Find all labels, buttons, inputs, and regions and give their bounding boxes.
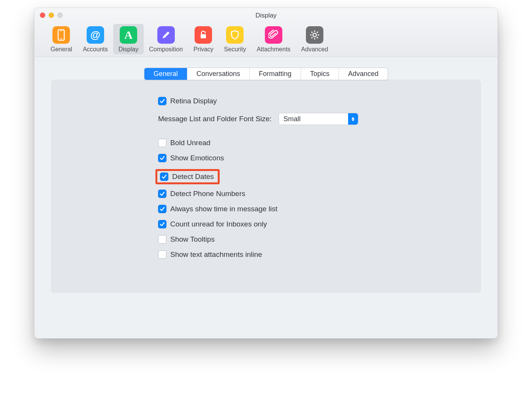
toolbar-label: Security	[224, 46, 246, 53]
toolbar-privacy[interactable]: Privacy	[188, 24, 218, 54]
detect-dates-highlight: Detect Dates	[155, 169, 220, 184]
toolbar-attachments[interactable]: Attachments	[251, 24, 296, 54]
retina-display-label: Retina Display	[170, 97, 217, 105]
always-time-label: Always show time in message list	[170, 205, 277, 213]
toolbar-label: Privacy	[193, 46, 213, 53]
show-emoticons-label: Show Emoticons	[170, 154, 224, 162]
font-size-label: Message List and Folder Font Size:	[158, 115, 272, 123]
titlebar: Display General @ Accounts A Display Co	[35, 8, 497, 57]
toolbar-display[interactable]: A Display	[113, 24, 144, 54]
svg-line-10	[317, 37, 318, 38]
minimize-button[interactable]	[49, 13, 54, 18]
bold-unread-checkbox[interactable]	[158, 139, 166, 147]
tab-conversations[interactable]: Conversations	[187, 68, 250, 80]
toolbar-composition[interactable]: Composition	[144, 24, 188, 54]
show-text-attachments-checkbox[interactable]	[158, 250, 166, 259]
count-unread-row: Count unread for Inboxes only	[158, 220, 465, 228]
toolbar-label: Display	[119, 46, 138, 53]
lock-open-icon	[195, 26, 212, 44]
toolbar-security[interactable]: Security	[219, 24, 252, 54]
show-tooltips-checkbox[interactable]	[158, 235, 166, 244]
show-emoticons-checkbox[interactable]	[158, 154, 166, 162]
letter-a-icon: A	[120, 26, 137, 44]
close-button[interactable]	[40, 13, 45, 18]
window-title: Display	[35, 11, 497, 22]
gear-icon	[306, 26, 323, 44]
font-size-value: Small	[283, 115, 301, 123]
toolbar-advanced[interactable]: Advanced	[296, 24, 333, 54]
tab-general[interactable]: General	[144, 68, 187, 80]
preferences-window: Display General @ Accounts A Display Co	[34, 8, 498, 339]
svg-point-4	[313, 33, 316, 37]
font-size-select[interactable]: Small	[279, 113, 358, 125]
detect-phone-row: Detect Phone Numbers	[158, 190, 465, 198]
show-emoticons-row: Show Emoticons	[158, 154, 465, 162]
bold-unread-label: Bold Unread	[170, 139, 211, 147]
phone-icon	[52, 26, 70, 44]
count-unread-label: Count unread for Inboxes only	[170, 220, 267, 228]
window-controls	[35, 13, 63, 18]
toolbar-label: Attachments	[256, 46, 290, 53]
detect-dates-row: Detect Dates	[158, 169, 465, 184]
font-size-row: Message List and Folder Font Size: Small	[158, 113, 465, 125]
bold-unread-row: Bold Unread	[158, 139, 465, 147]
detect-dates-label: Detect Dates	[172, 173, 214, 181]
show-tooltips-label: Show Tooltips	[170, 235, 215, 244]
pencil-icon	[157, 26, 175, 44]
detect-phone-label: Detect Phone Numbers	[170, 190, 245, 198]
show-text-attachments-row: Show text attachments inline	[158, 250, 465, 259]
preferences-toolbar: General @ Accounts A Display Composition	[35, 22, 497, 57]
select-stepper-icon	[348, 113, 358, 125]
detect-phone-checkbox[interactable]	[158, 190, 166, 198]
tab-control: General Conversations Formatting Topics …	[144, 68, 388, 80]
show-text-attachments-label: Show text attachments inline	[170, 250, 262, 259]
toolbar-label: General	[51, 46, 72, 53]
always-time-row: Always show time in message list	[158, 205, 465, 213]
tab-advanced[interactable]: Advanced	[339, 68, 388, 80]
zoom-button[interactable]	[57, 13, 63, 18]
svg-line-11	[311, 37, 312, 38]
count-unread-checkbox[interactable]	[158, 220, 166, 228]
tab-topics[interactable]: Topics	[301, 68, 339, 80]
toolbar-accounts[interactable]: @ Accounts	[78, 24, 113, 54]
retina-display-checkbox[interactable]	[158, 97, 166, 105]
svg-rect-3	[201, 34, 206, 38]
at-icon: @	[87, 26, 104, 44]
shield-icon	[226, 26, 244, 44]
toolbar-label: Composition	[149, 46, 183, 53]
settings-panel: Retina Display Message List and Folder F…	[51, 80, 481, 293]
show-tooltips-row: Show Tooltips	[158, 235, 465, 244]
toolbar-label: Accounts	[83, 46, 108, 53]
detect-dates-checkbox[interactable]	[160, 173, 168, 181]
toolbar-general[interactable]: General	[45, 24, 78, 54]
always-time-checkbox[interactable]	[158, 205, 166, 213]
retina-display-row: Retina Display	[158, 97, 465, 105]
svg-point-1	[61, 38, 62, 40]
svg-line-9	[311, 32, 312, 33]
svg-line-12	[317, 32, 318, 33]
toolbar-label: Advanced	[301, 46, 328, 53]
paperclip-icon	[265, 26, 282, 44]
content-area: General Conversations Formatting Topics …	[35, 57, 497, 338]
tab-formatting[interactable]: Formatting	[250, 68, 301, 80]
